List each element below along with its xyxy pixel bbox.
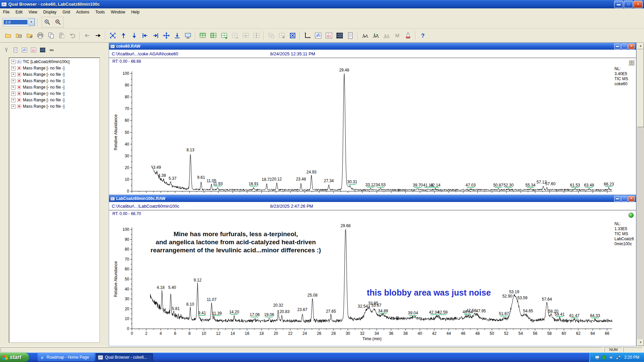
zoom-clear-button[interactable]	[53, 17, 63, 27]
axis-setup-button[interactable]	[302, 31, 312, 41]
tree-item[interactable]: + TIC [LabCoatz60min100c]	[11, 59, 99, 64]
minimize-button[interactable]: ▬	[614, 1, 623, 8]
delete-cell-button[interactable]	[230, 31, 240, 41]
volume-tray-icon[interactable]	[609, 355, 614, 360]
forward-button[interactable]	[93, 31, 103, 41]
menu-file[interactable]: File	[0, 9, 12, 15]
menu-view[interactable]: View	[26, 9, 40, 15]
network-tray-icon[interactable]	[616, 355, 621, 360]
start-button[interactable]: start	[0, 353, 29, 362]
report-view-button[interactable]	[345, 31, 355, 41]
scroll-down-button[interactable]: ▼	[637, 340, 644, 346]
info-page-button[interactable]	[11, 46, 19, 54]
expander-icon[interactable]: +	[11, 60, 15, 64]
open-layout-button[interactable]	[14, 31, 24, 41]
map-ranges-button[interactable]	[38, 46, 47, 54]
tree-item[interactable]: + Mass Range [- no file -]	[11, 97, 99, 103]
insert-cell-right-button[interactable]	[208, 31, 218, 41]
svg-text:24.93: 24.93	[306, 170, 316, 174]
pin-button[interactable]	[2, 46, 10, 54]
pin-cell-button[interactable]	[277, 31, 287, 41]
security-tray-icon[interactable]	[602, 355, 607, 360]
chromatogram-coke60[interactable]: 0102030405060708090100Relative Abundance…	[109, 65, 637, 194]
swap-cells-button[interactable]	[266, 31, 276, 41]
shift-down-button[interactable]	[129, 31, 139, 41]
pane-restore-button[interactable]: □	[621, 44, 628, 49]
svg-text:58: 58	[547, 331, 552, 336]
tree-item[interactable]: + Mass Range [- no file -]	[11, 104, 99, 109]
peak-label-button[interactable]	[371, 31, 381, 41]
expander-icon[interactable]: +	[11, 104, 15, 109]
add-cell-button[interactable]	[219, 31, 229, 41]
table-view-button[interactable]	[335, 31, 345, 41]
tree-item[interactable]: + Mass Range [- no file -]	[11, 65, 99, 71]
autorange-button[interactable]	[161, 31, 171, 41]
taskbar-task[interactable]: e Roadmap - Home Page	[38, 353, 95, 361]
pane-anchor-button[interactable]	[628, 60, 634, 65]
chromatogram-ranges-button[interactable]	[20, 46, 29, 54]
expander-icon[interactable]: +	[11, 98, 15, 102]
pane-close-button[interactable]: ×	[628, 196, 635, 202]
active-pane-indicator[interactable]	[629, 213, 634, 218]
chromatogram-view-button[interactable]	[313, 31, 323, 41]
menu-display[interactable]: Display	[40, 9, 59, 15]
scale-combo[interactable]: 2.0 ▼	[3, 18, 35, 26]
library-search-button[interactable]	[403, 31, 413, 41]
menu-tools[interactable]: Tools	[92, 9, 108, 15]
split-cells-button[interactable]	[251, 31, 261, 41]
shift-left-button[interactable]	[140, 31, 150, 41]
shift-right-button[interactable]	[151, 31, 161, 41]
menu-grid[interactable]: Grid	[59, 9, 73, 15]
menu-edit[interactable]: Edit	[12, 9, 26, 15]
expander-icon[interactable]: +	[11, 72, 15, 77]
close-button[interactable]: ×	[634, 1, 643, 8]
expander-icon[interactable]: +	[11, 92, 15, 96]
pane-close-button[interactable]: ×	[628, 44, 635, 49]
tree-item[interactable]: + Mass Range [- no file -]	[11, 85, 99, 90]
ranges-tree[interactable]: + TIC [LabCoatz60min100c] + Mass Range […	[9, 57, 100, 343]
paste-button[interactable]	[57, 31, 67, 41]
spectrum-view-button[interactable]	[324, 31, 334, 41]
pane-minimize-button[interactable]: ▬	[614, 196, 621, 202]
help-button[interactable]: ?	[418, 31, 428, 41]
display-tray-icon[interactable]	[595, 355, 600, 360]
open-raw-file-button[interactable]	[3, 31, 13, 41]
peak-detect-button[interactable]	[360, 31, 370, 41]
copy-button[interactable]	[46, 31, 56, 41]
peak-area-button[interactable]	[382, 31, 392, 41]
undo-button[interactable]	[67, 31, 78, 41]
display-options-button[interactable]	[183, 31, 193, 41]
spectrum-ranges-button[interactable]	[29, 46, 38, 54]
menu-window[interactable]: Window	[108, 9, 128, 15]
normalize-button[interactable]	[172, 31, 182, 41]
menu-help[interactable]: Help	[128, 9, 143, 15]
shift-up-button[interactable]	[118, 31, 129, 41]
expander-icon[interactable]: +	[11, 66, 15, 70]
pane-titlebar[interactable]: coke60.RAW ▬ □ ×	[109, 43, 636, 50]
taskbar-task[interactable]: Qual Browser - coke6...	[96, 353, 153, 361]
reset-scaling-button[interactable]	[108, 31, 118, 41]
expander-icon[interactable]: +	[11, 85, 15, 90]
back-button[interactable]	[82, 31, 92, 41]
zoom-in-button[interactable]	[42, 17, 52, 27]
pane-restore-button[interactable]: □	[621, 196, 628, 202]
tree-item[interactable]: + Mass Range [- no file -]	[11, 78, 99, 84]
expander-icon[interactable]: +	[11, 79, 15, 83]
tree-item[interactable]: + Mass Range [- no file -]	[11, 72, 99, 77]
mass-options-button[interactable]: M	[392, 31, 402, 41]
print-button[interactable]	[35, 31, 45, 41]
merge-cells-button[interactable]	[241, 31, 251, 41]
grid-expand-button[interactable]	[288, 31, 298, 41]
tree-item[interactable]: + Mass Range [- no file -]	[11, 91, 99, 96]
vertical-scrollbar[interactable]: ▲ ▼	[636, 43, 644, 346]
scroll-thumb[interactable]	[637, 49, 644, 127]
combo-dropdown-icon[interactable]: ▼	[28, 19, 35, 25]
pane-minimize-button[interactable]: ▬	[614, 44, 621, 49]
insert-cell-above-button[interactable]	[198, 31, 208, 41]
maximize-button[interactable]: □	[624, 1, 633, 8]
scroll-up-button[interactable]: ▲	[637, 43, 644, 49]
menu-actions[interactable]: Actions	[73, 9, 92, 15]
pane-titlebar[interactable]: LabCoatz60min100c.RAW ▬ □ ×	[109, 195, 636, 202]
save-layout-button[interactable]	[24, 31, 35, 41]
ms-ranges-button[interactable]: MS	[47, 46, 56, 54]
